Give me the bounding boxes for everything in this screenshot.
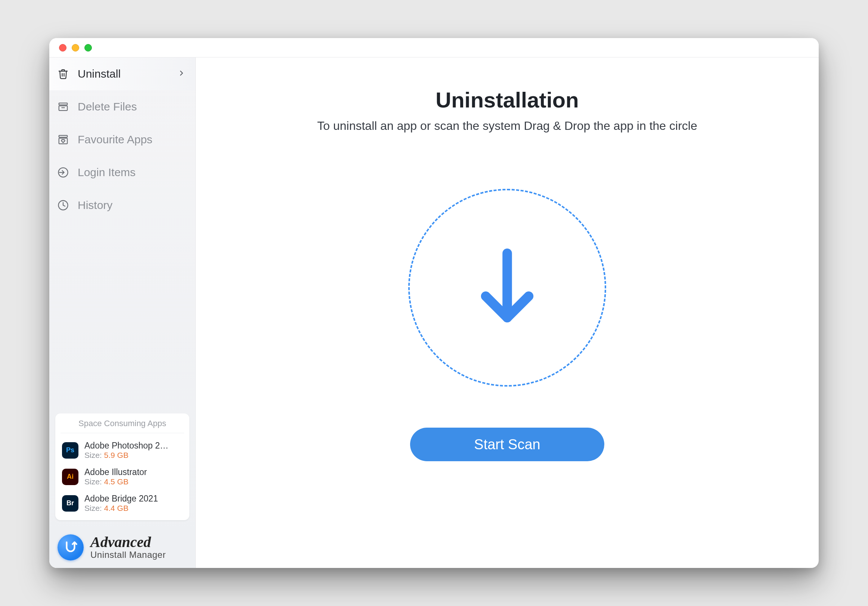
window-close-button[interactable]	[59, 44, 67, 51]
sidebar-item-label: Uninstall	[78, 68, 169, 80]
brand-name-top: Advanced	[90, 535, 166, 550]
start-scan-button[interactable]: Start Scan	[410, 428, 604, 461]
sidebar: Uninstall Delete Files	[49, 57, 196, 568]
dropzone-circle[interactable]	[408, 189, 606, 386]
space-consuming-title: Space Consuming Apps	[60, 419, 184, 433]
svg-rect-3	[59, 136, 68, 137]
login-icon	[57, 166, 70, 179]
sidebar-item-delete-files[interactable]: Delete Files	[49, 90, 195, 123]
heart-box-icon	[57, 133, 70, 146]
space-app-size: Size: 4.5 GB	[84, 477, 183, 486]
svg-rect-1	[59, 106, 68, 111]
space-app-size: Size: 4.4 GB	[84, 504, 183, 513]
window-maximize-button[interactable]	[84, 44, 92, 51]
brand-name-bottom: Uninstall Manager	[90, 550, 166, 561]
clock-icon	[57, 199, 70, 212]
content-area: Uninstall Delete Files	[49, 57, 819, 568]
svg-rect-0	[59, 103, 68, 105]
sidebar-item-label: Delete Files	[78, 100, 186, 113]
sidebar-item-login-items[interactable]: Login Items	[49, 156, 195, 189]
sidebar-item-label: Favourite Apps	[78, 133, 186, 146]
photoshop-icon: Ps	[62, 442, 78, 459]
trash-icon	[57, 68, 70, 80]
archive-icon	[57, 100, 70, 113]
sidebar-nav: Uninstall Delete Files	[49, 57, 195, 222]
space-app-name: Adobe Photoshop 2…	[84, 441, 183, 451]
main-panel: Uninstallation To uninstall an app or sc…	[196, 57, 819, 568]
sidebar-item-uninstall[interactable]: Uninstall	[49, 57, 195, 90]
chevron-right-icon	[177, 69, 186, 79]
space-app-name: Adobe Illustrator	[84, 467, 183, 477]
space-app-row[interactable]: Ps Adobe Photoshop 2… Size: 5.9 GB	[60, 437, 184, 464]
illustrator-icon: Ai	[62, 469, 78, 485]
space-consuming-panel: Space Consuming Apps Ps Adobe Photoshop …	[55, 413, 189, 520]
page-title: Uninstallation	[436, 87, 578, 112]
bridge-icon: Br	[62, 495, 78, 512]
brand-logo-icon	[57, 534, 84, 561]
titlebar	[49, 38, 819, 57]
window-minimize-button[interactable]	[72, 44, 79, 51]
sidebar-item-history[interactable]: History	[49, 189, 195, 222]
brand-footer: Advanced Uninstall Manager	[49, 527, 195, 568]
sidebar-item-favourite-apps[interactable]: Favourite Apps	[49, 123, 195, 156]
space-app-row[interactable]: Br Adobe Bridge 2021 Size: 4.4 GB	[60, 490, 184, 516]
space-app-size: Size: 5.9 GB	[84, 451, 183, 460]
arrow-down-icon	[470, 244, 544, 331]
page-subtitle: To uninstall an app or scan the system D…	[317, 119, 697, 133]
space-app-row[interactable]: Ai Adobe Illustrator Size: 4.5 GB	[60, 464, 184, 490]
sidebar-item-label: Login Items	[78, 166, 186, 179]
sidebar-item-label: History	[78, 199, 186, 212]
app-window: Uninstall Delete Files	[49, 38, 819, 568]
space-app-name: Adobe Bridge 2021	[84, 494, 183, 504]
